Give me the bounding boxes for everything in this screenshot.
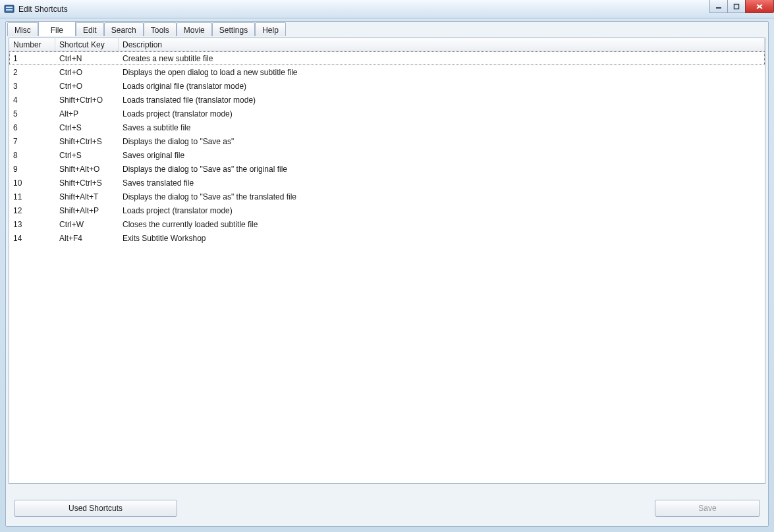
cell-shortcut-key: Alt+P <box>55 109 119 119</box>
listview-header: Number Shortcut Key Description <box>9 38 765 51</box>
cell-description: Loads original file (translator mode) <box>119 82 765 91</box>
table-row[interactable]: 1Ctrl+NCreates a new subtitle file <box>9 51 765 65</box>
column-header-description[interactable]: Description <box>119 38 765 51</box>
cell-number: 10 <box>9 178 55 188</box>
cell-shortcut-key: Shift+Alt+P <box>55 206 119 215</box>
cell-shortcut-key: Shift+Ctrl+O <box>55 95 119 105</box>
cell-number: 11 <box>9 192 55 201</box>
shortcuts-listview[interactable]: Number Shortcut Key Description 1Ctrl+NC… <box>9 38 765 484</box>
cell-shortcut-key: Shift+Ctrl+S <box>55 137 119 146</box>
cell-shortcut-key: Ctrl+N <box>55 54 119 63</box>
used-shortcuts-button[interactable]: Used Shortcuts <box>14 500 177 517</box>
cell-description: Closes the currently loaded subtitle fil… <box>119 220 765 229</box>
table-row[interactable]: 6Ctrl+SSaves a subtitle file <box>9 120 765 134</box>
cell-number: 1 <box>9 54 55 63</box>
window-controls <box>710 0 774 13</box>
listview-body[interactable]: 1Ctrl+NCreates a new subtitle file2Ctrl+… <box>9 51 765 483</box>
cell-number: 4 <box>9 95 55 105</box>
cell-description: Saves translated file <box>119 178 765 188</box>
cell-description: Displays the dialog to "Save as" the tra… <box>119 192 765 201</box>
cell-description: Loads translated file (translator mode) <box>119 95 765 105</box>
tab-file[interactable]: File <box>38 21 76 36</box>
table-row[interactable]: 10Shift+Ctrl+SSaves translated file <box>9 176 765 190</box>
cell-description: Displays the dialog to "Save as" the ori… <box>119 165 765 174</box>
cell-description: Creates a new subtitle file <box>119 54 765 63</box>
table-row[interactable]: 14Alt+F4Exits Subtitle Workshop <box>9 231 765 245</box>
app-icon <box>4 4 14 14</box>
cell-number: 8 <box>9 151 55 160</box>
table-row[interactable]: 8Ctrl+SSaves original file <box>9 148 765 162</box>
save-button[interactable]: Save <box>655 500 760 517</box>
table-row[interactable]: 4Shift+Ctrl+OLoads translated file (tran… <box>9 93 765 107</box>
tab-settings[interactable]: Settings <box>212 22 255 36</box>
cell-number: 5 <box>9 109 55 119</box>
cell-description: Exits Subtitle Workshop <box>119 234 765 243</box>
table-row[interactable]: 3Ctrl+OLoads original file (translator m… <box>9 79 765 93</box>
table-row[interactable]: 5Alt+PLoads project (translator mode) <box>9 107 765 120</box>
cell-number: 13 <box>9 220 55 229</box>
cell-description: Loads project (translator mode) <box>119 206 765 215</box>
cell-shortcut-key: Ctrl+O <box>55 68 119 77</box>
svg-rect-2 <box>6 9 13 11</box>
close-button[interactable] <box>745 0 774 13</box>
tab-misc[interactable]: Misc <box>7 22 38 36</box>
cell-description: Displays the open dialog to load a new s… <box>119 68 765 77</box>
cell-number: 12 <box>9 206 55 215</box>
main-panel: MiscFileEditSearchToolsMovieSettingsHelp… <box>5 21 769 527</box>
cell-number: 9 <box>9 165 55 174</box>
cell-shortcut-key: Alt+F4 <box>55 234 119 243</box>
cell-number: 3 <box>9 82 55 91</box>
cell-number: 2 <box>9 68 55 77</box>
cell-shortcut-key: Ctrl+S <box>55 151 119 160</box>
cell-description: Saves original file <box>119 151 765 160</box>
cell-description: Displays the dialog to "Save as" <box>119 137 765 146</box>
tab-help[interactable]: Help <box>255 22 286 36</box>
tab-movie[interactable]: Movie <box>177 22 212 36</box>
cell-shortcut-key: Shift+Ctrl+S <box>55 178 119 188</box>
cell-shortcut-key: Shift+Alt+O <box>55 165 119 174</box>
cell-description: Loads project (translator mode) <box>119 109 765 119</box>
table-row[interactable]: 2Ctrl+ODisplays the open dialog to load … <box>9 65 765 79</box>
svg-rect-1 <box>6 7 13 8</box>
titlebar: Edit Shortcuts <box>0 0 774 18</box>
column-header-shortcut-key[interactable]: Shortcut Key <box>55 38 119 51</box>
minimize-button[interactable] <box>709 0 728 13</box>
cell-shortcut-key: Ctrl+O <box>55 82 119 91</box>
tab-bar: MiscFileEditSearchToolsMovieSettingsHelp <box>7 22 768 37</box>
table-row[interactable]: 12Shift+Alt+PLoads project (translator m… <box>9 203 765 217</box>
cell-shortcut-key: Ctrl+W <box>55 220 119 229</box>
svg-rect-4 <box>734 4 739 9</box>
tab-tools[interactable]: Tools <box>144 22 177 36</box>
cell-number: 6 <box>9 123 55 132</box>
tab-edit[interactable]: Edit <box>76 22 104 36</box>
maximize-button[interactable] <box>727 0 746 13</box>
table-row[interactable]: 11Shift+Alt+TDisplays the dialog to "Sav… <box>9 190 765 203</box>
cell-number: 14 <box>9 234 55 243</box>
tab-search[interactable]: Search <box>104 22 144 36</box>
table-row[interactable]: 7Shift+Ctrl+SDisplays the dialog to "Sav… <box>9 134 765 148</box>
cell-shortcut-key: Ctrl+S <box>55 123 119 132</box>
cell-number: 7 <box>9 137 55 146</box>
table-row[interactable]: 13Ctrl+WCloses the currently loaded subt… <box>9 217 765 231</box>
column-header-number[interactable]: Number <box>9 38 55 51</box>
cell-description: Saves a subtitle file <box>119 123 765 132</box>
window-title: Edit Shortcuts <box>18 5 68 14</box>
svg-rect-0 <box>5 5 14 13</box>
cell-shortcut-key: Shift+Alt+T <box>55 192 119 201</box>
table-row[interactable]: 9Shift+Alt+ODisplays the dialog to "Save… <box>9 162 765 176</box>
